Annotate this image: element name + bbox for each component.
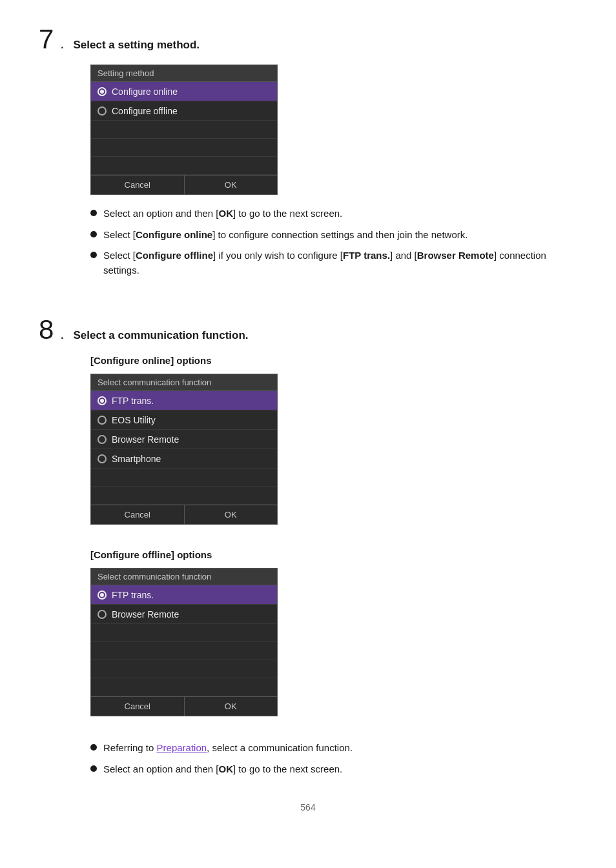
page-number: 564 [39,802,577,812]
step-8-offline-radio-browser [98,610,107,619]
step-8-offline-row-empty-2 [91,642,277,660]
step-8-online-ui-header: Select communication function [91,374,277,391]
step-8-online-ok-button[interactable]: OK [185,505,278,524]
step-8-bullet-1-icon [90,744,97,751]
preparation-link[interactable]: Preparation [157,742,207,753]
step-8-online-camera-ui: Select communication function FTP trans.… [90,374,278,525]
step-7-label-offline: Configure offline [112,106,178,116]
step-8-bullet-2-icon [90,765,97,772]
step-8-offline-camera-ui: Select communication function FTP trans.… [90,568,278,716]
step-8-online-row-eos[interactable]: EOS Utility [91,410,277,430]
step-8-offline-row-browser[interactable]: Browser Remote [91,605,277,624]
step-8-bullet-2-text: Select an option and then [OK] to go to … [103,762,342,777]
step-7-bullet-2-text: Select [Configure online] to configure c… [103,228,467,243]
step-8-bullet-2: Select an option and then [OK] to go to … [90,762,577,777]
step-8-offline-radio-ftp [98,590,107,600]
step-8-online-title: [Configure online] options [90,355,577,366]
step-8-number: 8 [39,316,54,343]
step-8-online-row-empty-2 [91,487,277,505]
step-8-offline-label-browser: Browser Remote [112,609,179,620]
step-8-online-radio-eos [98,416,107,425]
step-8-dot: . [60,326,64,343]
step-8-offline-title: [Configure offline] options [90,549,577,560]
step-8-online-radio-browser [98,435,107,444]
step-7-number: 7 [39,26,54,53]
step-8-online-label-ftp: FTP trans. [112,396,154,406]
step-7-footer: Cancel OK [91,175,277,194]
step-8-online-radio-smartphone [98,454,107,463]
step-7-ui-header: Setting method [91,65,277,82]
step-7-row-configure-online[interactable]: Configure online [91,82,277,101]
step-7-cancel-button[interactable]: Cancel [91,176,185,194]
step-7-bullet-3: Select [Configure offline] if you only w… [90,248,577,278]
step-8-online-row-smartphone[interactable]: Smartphone [91,449,277,469]
step-7-camera-ui: Setting method Configure online Configur… [90,65,278,195]
step-8-online-label-smartphone: Smartphone [112,454,161,464]
step-7-bullet-3-icon [90,252,97,258]
step-7-bullet-1-icon [90,210,97,216]
step-8-bullet-1: Referring to Preparation, select a commu… [90,741,577,756]
step-8-online-row-ftp[interactable]: FTP trans. [91,391,277,410]
step-7-bullet-1-text: Select an option and then [OK] to go to … [103,207,342,221]
step-8-online-label-browser: Browser Remote [112,434,179,445]
step-7-header: 7 . Select a setting method. [39,26,577,53]
step-8-offline-footer: Cancel OK [91,696,277,716]
step-7-label-online: Configure online [112,86,178,97]
step-8-title: Select a communication function. [73,329,248,342]
step-7-row-empty-3 [91,157,277,175]
step-7-title: Select a setting method. [73,39,200,52]
step-8-bullet-1-text: Referring to Preparation, select a commu… [103,741,353,756]
step-7-row-empty-2 [91,139,277,157]
step-8-offline-row-empty-1 [91,624,277,642]
step-8-online-label-eos: EOS Utility [112,415,156,425]
step-7-bullet-1: Select an option and then [OK] to go to … [90,207,577,221]
step-7-bullets: Select an option and then [OK] to go to … [90,207,577,278]
step-7-bullet-3-text: Select [Configure offline] if you only w… [103,248,577,278]
step-7-section: 7 . Select a setting method. Setting met… [39,26,577,278]
step-8-online-row-browser[interactable]: Browser Remote [91,430,277,449]
step-8-offline-ok-button[interactable]: OK [185,697,278,716]
step-7-radio-offline [98,106,107,116]
step-8-header: 8 . Select a communication function. [39,316,577,343]
step-7-ok-button[interactable]: OK [185,176,278,194]
step-8-section: 8 . Select a communication function. [Co… [39,316,577,776]
step-8-online-row-empty-1 [91,469,277,487]
step-7-row-empty-1 [91,121,277,139]
step-7-bullet-2-icon [90,231,97,237]
step-8-online-radio-ftp [98,396,107,405]
step-8-offline-ui-header: Select communication function [91,569,277,585]
step-8-offline-cancel-button[interactable]: Cancel [91,697,185,716]
step-8-offline-label-ftp: FTP trans. [112,590,154,600]
step-7-bullet-2: Select [Configure online] to configure c… [90,228,577,243]
step-8-offline-row-ftp[interactable]: FTP trans. [91,585,277,605]
step-7-row-configure-offline[interactable]: Configure offline [91,101,277,121]
step-7-radio-online [98,87,107,96]
step-7-dot: . [60,35,64,52]
step-8-online-footer: Cancel OK [91,505,277,524]
step-8-offline-row-empty-4 [91,678,277,696]
step-8-offline-row-empty-3 [91,660,277,678]
step-8-online-cancel-button[interactable]: Cancel [91,505,185,524]
step-8-bullets: Referring to Preparation, select a commu… [90,741,577,776]
